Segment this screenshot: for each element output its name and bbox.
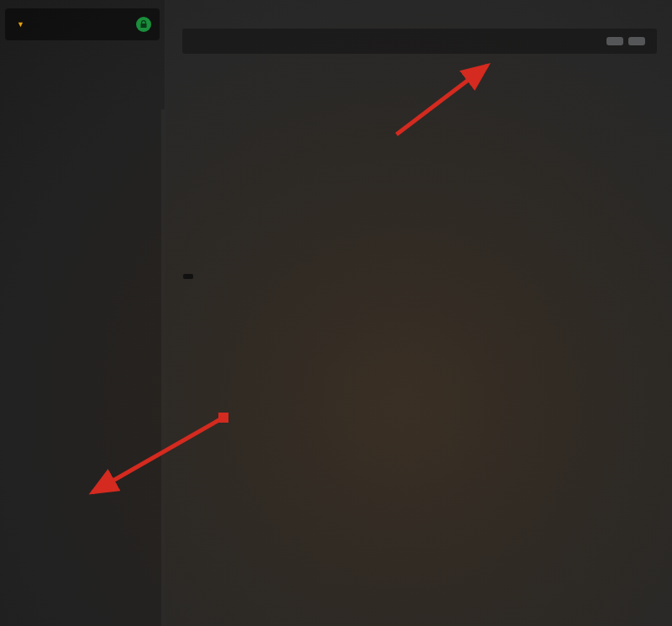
main-content <box>165 0 672 626</box>
chevron-down-icon: ▼ <box>17 20 24 29</box>
tooltip-edit-music <box>183 274 193 279</box>
server-selector[interactable]: ▼ <box>5 8 160 40</box>
scrollbar[interactable] <box>161 109 165 626</box>
annotation-square <box>218 413 228 423</box>
library-toolbar <box>182 29 657 54</box>
sidebar: ▼ <box>0 0 165 626</box>
scan-library-files-button[interactable] <box>628 37 645 45</box>
add-library-button[interactable] <box>606 37 623 45</box>
secure-lock-icon <box>136 17 151 32</box>
